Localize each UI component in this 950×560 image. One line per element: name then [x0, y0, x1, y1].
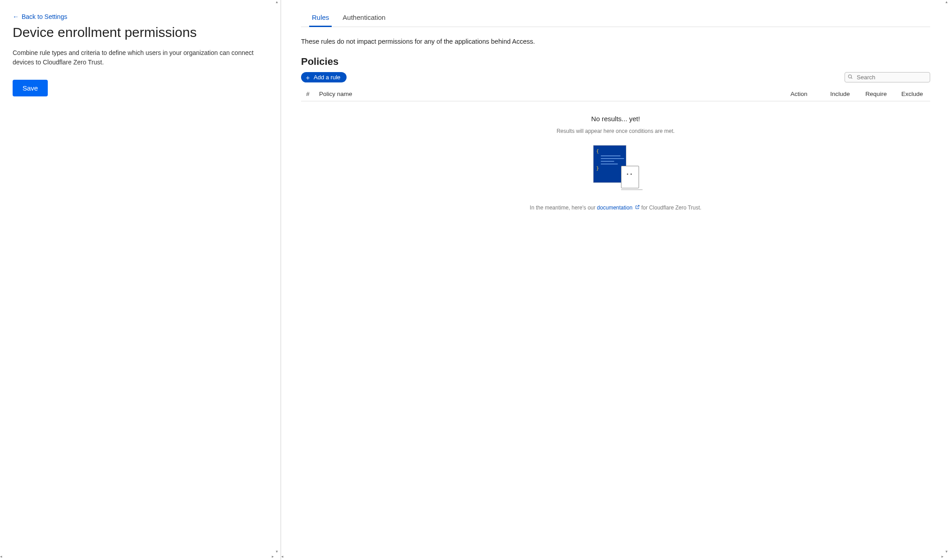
- scroll-up-icon: ▴: [276, 0, 278, 4]
- scroll-up-icon: ▴: [945, 0, 948, 4]
- add-rule-button[interactable]: ＋ Add a rule: [301, 72, 347, 82]
- back-link-label: Back to Settings: [22, 13, 67, 20]
- scroll-right-icon: ▸: [941, 555, 944, 559]
- tab-authentication[interactable]: Authentication: [340, 10, 388, 27]
- arrow-left-icon: ←: [13, 13, 19, 20]
- col-policy-name: Policy name: [315, 87, 786, 101]
- empty-footer: In the meantime, here's our documentatio…: [301, 205, 930, 211]
- plus-icon: ＋: [305, 74, 311, 81]
- tab-bar: Rules Authentication: [301, 10, 930, 27]
- col-require: Require: [858, 87, 894, 101]
- scroll-down-icon: ▾: [276, 550, 278, 554]
- horizontal-scrollbar-left[interactable]: ◂ ▸: [0, 554, 274, 559]
- documentation-link[interactable]: documentation: [597, 205, 633, 211]
- back-to-settings-link[interactable]: ← Back to Settings: [13, 13, 67, 20]
- page-description: Combine rule types and criteria to defin…: [13, 48, 265, 67]
- rules-impact-note: These rules do not impact permissions fo…: [301, 38, 930, 45]
- add-rule-label: Add a rule: [314, 74, 340, 81]
- vertical-scrollbar-left[interactable]: ▴ ▾: [274, 0, 279, 554]
- horizontal-scrollbar-right[interactable]: ◂ ▸: [281, 554, 944, 559]
- scroll-left-icon: ◂: [281, 555, 283, 559]
- save-button[interactable]: Save: [13, 80, 48, 96]
- policies-heading: Policies: [301, 56, 930, 68]
- empty-title: No results... yet!: [301, 115, 930, 123]
- external-link-icon: [635, 205, 640, 210]
- tab-rules[interactable]: Rules: [309, 10, 332, 27]
- empty-footer-pre: In the meantime, here's our: [530, 205, 597, 211]
- scroll-left-icon: ◂: [0, 555, 2, 559]
- col-include: Include: [822, 87, 858, 101]
- empty-illustration: { }: [589, 145, 643, 188]
- vertical-scrollbar-right[interactable]: ▴ ▾: [944, 0, 949, 554]
- empty-state: No results... yet! Results will appear h…: [301, 101, 930, 220]
- col-hash: #: [301, 87, 315, 101]
- search-input[interactable]: [845, 72, 930, 82]
- col-action: Action: [786, 87, 822, 101]
- col-exclude: Exclude: [894, 87, 930, 101]
- scroll-down-icon: ▾: [945, 550, 948, 554]
- policies-table: # Policy name Action Include Require Exc…: [301, 87, 930, 101]
- page-title: Device enrollment permissions: [13, 25, 268, 40]
- empty-footer-post: for Cloudflare Zero Trust.: [641, 205, 701, 211]
- scroll-right-icon: ▸: [272, 555, 274, 559]
- empty-subtitle: Results will appear here once conditions…: [301, 128, 930, 134]
